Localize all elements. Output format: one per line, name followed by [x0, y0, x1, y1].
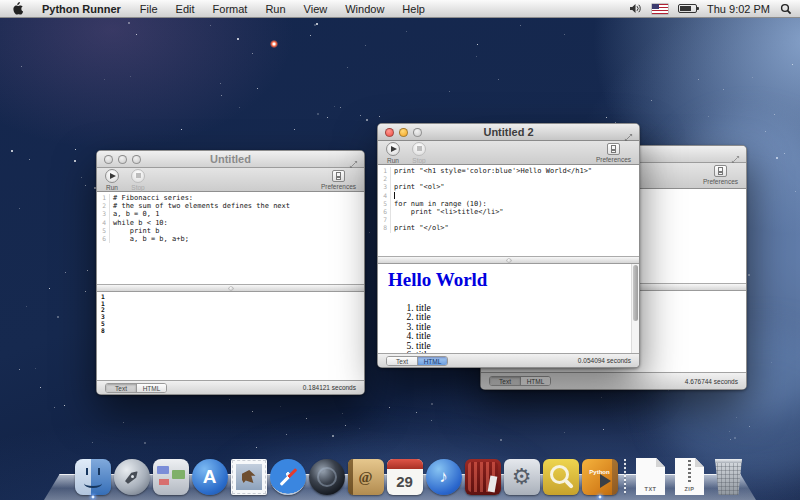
text-mode-tab[interactable]: Text	[490, 377, 520, 385]
toolbar: Run Stop Preferences	[97, 168, 364, 192]
dock-icon-mail[interactable]	[230, 455, 267, 495]
dock-icon-calendar[interactable]: 29	[386, 455, 423, 495]
dock-icon-itunes[interactable]: ♪	[425, 455, 462, 495]
dock-icon-photo-booth[interactable]	[464, 455, 501, 495]
dock-icon-search-app[interactable]	[542, 455, 579, 495]
dock-icon-address-book[interactable]: @	[347, 455, 384, 495]
output-line: 8	[101, 328, 364, 335]
menu-item[interactable]: Help	[393, 3, 434, 15]
splitter-handle[interactable]	[97, 284, 364, 292]
menu-bar-clock[interactable]: Thu 9:02 PM	[707, 3, 770, 15]
code-line: 7	[378, 216, 639, 224]
dock-icon-python-runner[interactable]: Python	[581, 455, 618, 495]
output-line: 3	[101, 314, 364, 321]
switch-icon	[714, 165, 727, 177]
code-editor[interactable]: 1# Fibonacci series: 2# the sum of two e…	[97, 192, 364, 284]
stop-button[interactable]: Stop	[412, 142, 426, 164]
code-line: 1print "<h1 style='color:blue'>Hello Wor…	[378, 167, 639, 175]
status-bar: Text HTML 0.184121 seconds	[97, 380, 364, 394]
code-line: 3a, b = 0, 1	[97, 210, 364, 218]
output-line: 2	[101, 307, 364, 314]
list-item: title	[416, 313, 629, 322]
html-mode-tab[interactable]: HTML	[520, 377, 550, 385]
preferences-button[interactable]: Preferences	[703, 165, 738, 185]
switch-icon	[607, 143, 620, 155]
output-area: 112358	[97, 292, 364, 380]
titlebar[interactable]: Untitled 2	[378, 124, 639, 141]
close-button[interactable]	[104, 155, 113, 164]
menu-item[interactable]: Edit	[167, 3, 204, 15]
dock-icon-facetime[interactable]	[308, 455, 345, 495]
dock-icon-finder[interactable]	[74, 455, 111, 495]
scrollbar-thumb[interactable]	[633, 265, 638, 321]
html-mode-tab[interactable]: HTML	[417, 357, 447, 365]
close-button[interactable]	[385, 128, 394, 137]
elapsed-time: 4.676744 seconds	[685, 378, 738, 385]
play-icon	[105, 169, 119, 183]
output-line: 5	[101, 321, 364, 328]
dock-icon-launchpad[interactable]	[113, 455, 150, 495]
menu-item[interactable]: File	[131, 3, 167, 15]
code-line: 5for num in range (10):	[378, 200, 639, 208]
dock-icon-safari[interactable]	[269, 455, 306, 495]
code-editor[interactable]: 1print "<h1 style='color:blue'>Hello Wor…	[378, 165, 639, 256]
list-item: title	[416, 351, 629, 353]
dock-icon-app-store[interactable]: A	[191, 455, 228, 495]
menu-item[interactable]: Window	[336, 3, 393, 15]
code-line: 1# Fibonacci series:	[97, 194, 364, 202]
us-flag-icon[interactable]	[652, 4, 668, 14]
code-line: 4while b < 10:	[97, 219, 364, 227]
dock-icon-zip-document[interactable]: ZIP	[671, 455, 708, 495]
preferences-button[interactable]: Preferences	[321, 170, 356, 190]
preferences-button[interactable]: Preferences	[596, 143, 631, 163]
dock-divider	[620, 455, 630, 495]
minimize-button[interactable]	[118, 155, 127, 164]
zoom-button[interactable]	[132, 155, 141, 164]
menu-item[interactable]: Run	[256, 3, 294, 15]
scrollbar[interactable]	[631, 264, 639, 353]
titlebar[interactable]: Untitled	[97, 151, 364, 168]
code-line: 5 print b	[97, 227, 364, 235]
stop-icon	[131, 169, 145, 183]
spotlight-icon[interactable]	[780, 3, 792, 15]
code-line: 6 print "<li>title</li>"	[378, 208, 639, 216]
volume-icon[interactable]	[629, 3, 642, 14]
code-line: 4	[378, 192, 639, 200]
dock-icon-system-preferences[interactable]: ⚙	[503, 455, 540, 495]
dock-icon-txt-document[interactable]: TXT	[632, 455, 669, 495]
splitter-handle[interactable]	[378, 256, 639, 264]
output-mode-switch: Text HTML	[489, 376, 551, 386]
zoom-button[interactable]	[413, 128, 422, 137]
rendered-ordered-list: titletitletitletitletitletitle	[404, 304, 629, 353]
code-line: 8print "</ol>"	[378, 224, 639, 232]
app-menu-python-runner[interactable]: Python Runner	[32, 3, 131, 15]
run-button[interactable]: Run	[386, 142, 400, 164]
elapsed-time: 0.184121 seconds	[303, 384, 356, 391]
text-mode-tab[interactable]: Text	[106, 384, 136, 392]
window-untitled-2: Untitled 2 Run Stop Preferences	[377, 123, 640, 368]
menu-item[interactable]: View	[295, 3, 337, 15]
list-item: title	[416, 304, 629, 313]
switch-icon	[332, 170, 345, 182]
dock: A @ 29 ♪ ⚙ Python	[0, 444, 800, 500]
dock-icon-trash[interactable]	[710, 455, 747, 495]
battery-icon[interactable]	[678, 4, 697, 13]
apple-menu-icon[interactable]	[0, 2, 32, 15]
code-line: 2# the sum of two elements defines the n…	[97, 202, 364, 210]
output-mode-switch: Text HTML	[386, 356, 448, 366]
red-star	[270, 40, 278, 48]
menu-bar: Python Runner FileEditFormatRunViewWindo…	[0, 0, 800, 18]
output-area: Hello World titletitletitletitletitletit…	[378, 264, 639, 353]
code-line: 6 a, b = b, a+b;	[97, 235, 364, 243]
dock-icon-mission-control[interactable]	[152, 455, 189, 495]
text-mode-tab[interactable]: Text	[387, 357, 417, 365]
run-button[interactable]: Run	[105, 169, 119, 191]
minimize-button[interactable]	[399, 128, 408, 137]
stop-icon	[412, 142, 426, 156]
window-untitled: Untitled Run Stop Preferences	[96, 150, 365, 395]
output-mode-switch: Text HTML	[105, 383, 167, 393]
stop-button[interactable]: Stop	[131, 169, 145, 191]
html-mode-tab[interactable]: HTML	[136, 384, 166, 392]
desktop: Python Runner FileEditFormatRunViewWindo…	[0, 0, 800, 500]
menu-item[interactable]: Format	[204, 3, 257, 15]
